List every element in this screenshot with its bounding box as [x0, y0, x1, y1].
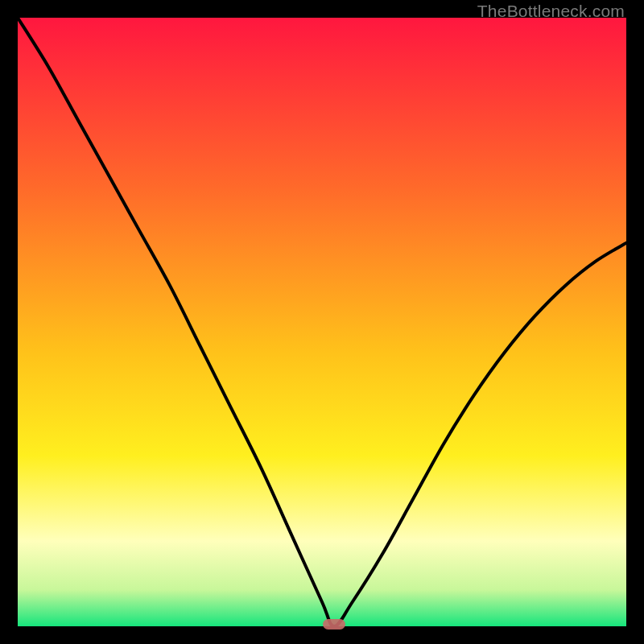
- gradient-background: [18, 18, 626, 626]
- watermark-text: TheBottleneck.com: [477, 2, 625, 21]
- optimum-marker: [323, 619, 345, 630]
- chart-frame: [18, 18, 626, 626]
- bottleneck-chart: [18, 18, 626, 626]
